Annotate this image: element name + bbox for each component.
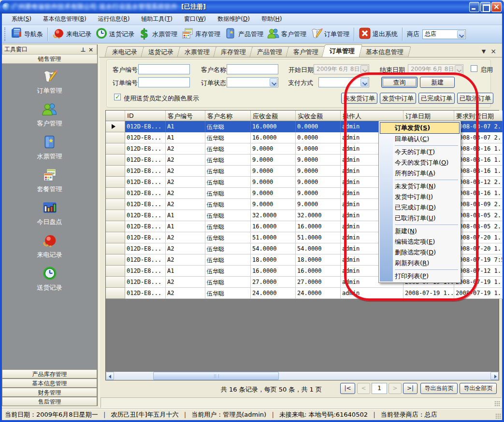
sidebar-item-delivery-records[interactable]: 送货记录: [37, 266, 62, 292]
cell: 24.0000: [251, 288, 296, 299]
cell: A2: [166, 199, 205, 210]
sidebar-group-product-inventory[interactable]: 产品库存管理: [2, 369, 97, 379]
close-panel-icon[interactable]: ×: [87, 46, 95, 53]
tab-customers[interactable]: 客户管理: [286, 46, 326, 57]
sidebar-group-after-sales[interactable]: 售后管理: [2, 397, 97, 406]
sidebar-item-today-stock[interactable]: 今日盘点: [37, 200, 62, 226]
customer-code-label: 客户编号: [113, 66, 138, 74]
next-page-button[interactable]: >: [389, 383, 402, 394]
tab-close-icon[interactable]: ×: [490, 47, 496, 55]
close-button[interactable]: ×: [491, 2, 502, 12]
menu-data-maintenance[interactable]: 数据维护(D): [212, 14, 256, 25]
sidebar-item-water-tickets[interactable]: 水票管理: [37, 134, 62, 161]
cell: A2: [166, 143, 205, 155]
cell: A1: [166, 132, 205, 143]
toolbar-button-water-tickets[interactable]: $水票管理: [136, 26, 179, 42]
column-header[interactable]: 实收金额: [296, 111, 341, 121]
column-header[interactable]: 客户名称: [205, 111, 251, 121]
row-selector[interactable]: [106, 277, 125, 288]
tab-list-dropdown-icon[interactable]: ▼: [482, 48, 486, 55]
store-select-arrow[interactable]: [457, 30, 465, 38]
minimize-button[interactable]: [469, 2, 479, 12]
scroll-left-button[interactable]: [106, 372, 114, 380]
row-selector[interactable]: [106, 266, 125, 277]
row-selector[interactable]: [106, 121, 125, 132]
row-selector[interactable]: [106, 166, 125, 177]
export-all-pages-button[interactable]: 导出全部页: [460, 383, 497, 394]
store-label: 商店: [407, 30, 419, 39]
orders-icon: [42, 69, 58, 85]
tab-inventory[interactable]: 库存管理: [213, 46, 253, 57]
menu-basic-info[interactable]: 基本信息管理(B): [37, 14, 92, 25]
sidebar-item-packages[interactable]: 套餐管理: [37, 167, 62, 194]
menu-runtime-info[interactable]: 运行信息(R): [92, 14, 136, 25]
scrollbar-thumb[interactable]: [153, 372, 279, 380]
customers-icon: [42, 101, 58, 118]
tab-orders[interactable]: 订单管理: [322, 44, 362, 57]
delivery-color-checkbox[interactable]: [114, 94, 121, 100]
customer-code-input[interactable]: [138, 64, 190, 74]
row-selector[interactable]: [106, 143, 125, 155]
toolbar-button-call-records[interactable]: 来电记录: [50, 26, 93, 42]
tab-products[interactable]: 产品管理: [249, 46, 289, 57]
menu-help[interactable]: 帮助(H): [256, 14, 288, 25]
tab-water-tickets[interactable]: 水票管理: [177, 46, 217, 57]
sidebar-item-call-records[interactable]: 来电记录: [37, 233, 62, 259]
store-select[interactable]: 总店: [422, 29, 466, 39]
page-number-input[interactable]: 1: [372, 383, 387, 394]
title-bar[interactable]: 广州爱奇迪软件技术有限公司 送水行业送水管理系统软件 [已注册] ×: [0, 0, 504, 14]
menu-aux-tools[interactable]: 辅助工具(T): [135, 14, 178, 25]
maximize-button[interactable]: [480, 2, 490, 12]
export-current-page-button[interactable]: 导出当前页: [420, 383, 458, 394]
column-header[interactable]: 客户编号: [166, 111, 205, 121]
row-selector[interactable]: [106, 177, 125, 188]
row-selector[interactable]: [106, 199, 125, 210]
row-selector[interactable]: [106, 254, 125, 266]
customer-name-input[interactable]: [227, 64, 278, 74]
toolbar-button-products[interactable]: 产品管理: [222, 26, 265, 42]
toolbar-button-customers[interactable]: 客户管理: [265, 26, 308, 42]
order-status-select-arrow[interactable]: [270, 78, 277, 86]
horizontal-scrollbar[interactable]: [106, 372, 499, 380]
prev-page-button[interactable]: <: [357, 383, 370, 394]
row-selector[interactable]: [106, 288, 125, 299]
column-header[interactable]: 应收金额: [251, 111, 296, 121]
sidebar-item-customers[interactable]: 客户管理: [37, 101, 62, 128]
row-selector[interactable]: [106, 132, 125, 143]
sidebar-item-orders[interactable]: 订单管理: [37, 69, 62, 95]
toolbar-button-delivery-records[interactable]: 送货记录: [93, 26, 136, 42]
toolbar-button-inventory[interactable]: 库存管理: [179, 26, 222, 42]
row-selector[interactable]: [106, 221, 125, 232]
order-status-select[interactable]: [227, 77, 278, 87]
toolbar-button-navigator[interactable]: 导航条: [8, 26, 45, 42]
column-header[interactable]: ID: [125, 111, 166, 121]
order-code-input[interactable]: [138, 77, 190, 87]
sidebar-group-finance[interactable]: 财务管理: [2, 388, 97, 397]
tab-call-records[interactable]: 来电记录: [104, 46, 144, 57]
menu-system[interactable]: 系统(S): [6, 14, 37, 25]
order-status-label: 订单状态: [201, 79, 226, 87]
tab-basic-info[interactable]: 基本信息管理: [358, 46, 411, 57]
cell: 16.0000: [251, 132, 296, 143]
tab-delivery-records[interactable]: 送货记录: [141, 46, 181, 57]
row-selector[interactable]: [106, 188, 125, 199]
row-selector[interactable]: [106, 210, 125, 221]
cell: 012D-E8...: [125, 199, 166, 210]
sidebar-group-basic-info[interactable]: 基本信息管理: [2, 379, 97, 388]
first-page-button[interactable]: |<: [340, 383, 355, 394]
cell: 16.0000: [296, 266, 341, 277]
cell: 伍华聪: [205, 243, 251, 254]
toolbar-separator: [47, 28, 48, 41]
toolbar-button-orders[interactable]: 订单管理: [308, 26, 351, 42]
row-selector[interactable]: [106, 232, 125, 243]
pin-icon[interactable]: ⊥: [79, 46, 87, 53]
row-selector[interactable]: [106, 155, 125, 166]
last-page-button[interactable]: >|: [403, 383, 418, 394]
enable-checkbox[interactable]: [471, 65, 477, 72]
row-selector[interactable]: [106, 243, 125, 254]
toolbar-button-exit[interactable]: 退出系统: [357, 26, 400, 42]
scroll-right-button[interactable]: [490, 372, 499, 380]
cell: 9.0000: [296, 177, 341, 188]
menu-window[interactable]: 窗口(W): [178, 14, 212, 25]
start-date-label: 开始日期: [288, 66, 314, 74]
